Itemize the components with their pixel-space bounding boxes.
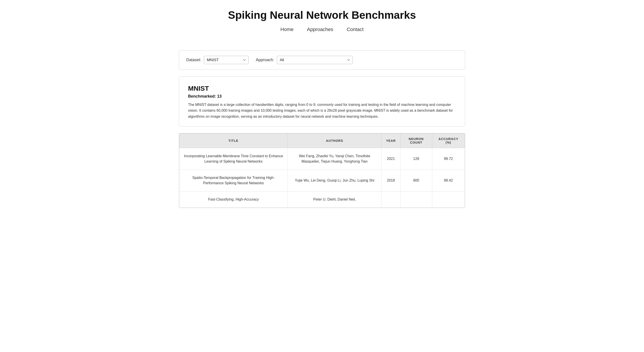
dataset-name: MNIST [188, 85, 456, 92]
site-title: Spiking Neural Network Benchmarks [179, 9, 465, 21]
approach-select[interactable]: All ANN-to-SNN Direct Training Hybrid [277, 56, 353, 64]
dataset-filter-group: Dataset: MNIST CIFAR-10 N-MNIST DVS Gest… [186, 56, 249, 64]
nav-contact[interactable]: Contact [346, 26, 364, 32]
cell-title: Spatio-Temporal Backpropagation for Trai… [179, 170, 288, 191]
filter-bar: Dataset: MNIST CIFAR-10 N-MNIST DVS Gest… [179, 50, 465, 70]
cell-neuron-count [400, 191, 432, 208]
cell-year [382, 191, 400, 208]
table-wrapper: TITLE AUTHORS YEAR NEURON COUNT ACCURACY… [179, 133, 465, 208]
cell-neuron-count: 800 [400, 170, 432, 191]
col-accuracy: ACCURACY (%) [432, 134, 465, 148]
nav-approaches[interactable]: Approaches [307, 26, 333, 32]
col-title: TITLE [179, 134, 288, 148]
site-header: Spiking Neural Network Benchmarks Home A… [179, 0, 465, 43]
col-year: YEAR [382, 134, 400, 148]
cell-year: 2021 [382, 148, 400, 170]
approach-label: Approach: [256, 58, 274, 62]
cell-authors: Yujie Wu, Lei Deng, Guoqi Li, Jun Zhu, L… [288, 170, 382, 191]
dataset-label: Dataset: [186, 58, 201, 62]
table-row: Incorporating Learnable Membrane Time Co… [179, 148, 465, 170]
cell-accuracy: 99.72 [432, 148, 465, 170]
cell-accuracy [432, 191, 465, 208]
benchmarked-count: Benchmarked: 13 [188, 94, 456, 99]
table-header-row: TITLE AUTHORS YEAR NEURON COUNT ACCURACY… [179, 134, 465, 148]
dataset-description: The MNIST dataset is a large collection … [188, 102, 456, 120]
col-authors: AUTHORS [288, 134, 382, 148]
cell-authors: Peter U. Diehl, Daniel Neil, [288, 191, 382, 208]
cell-authors: Wei Fang, Zhaofei Yu, Yanqi Chen, Timoth… [288, 148, 382, 170]
nav-home[interactable]: Home [280, 26, 294, 32]
dataset-section: MNIST Benchmarked: 13 The MNIST dataset … [179, 76, 465, 126]
table-row: Fast-Classifying, High-AccuracyPeter U. … [179, 191, 465, 208]
table-row: Spatio-Temporal Backpropagation for Trai… [179, 170, 465, 191]
cell-title: Fast-Classifying, High-Accuracy [179, 191, 288, 208]
main-nav: Home Approaches Contact [179, 26, 465, 32]
cell-neuron-count: 128 [400, 148, 432, 170]
benchmarks-table: TITLE AUTHORS YEAR NEURON COUNT ACCURACY… [179, 133, 465, 208]
approach-filter-group: Approach: All ANN-to-SNN Direct Training… [256, 56, 353, 64]
dataset-select[interactable]: MNIST CIFAR-10 N-MNIST DVS Gesture [204, 56, 249, 64]
cell-accuracy: 99.42 [432, 170, 465, 191]
col-neuron-count: NEURON COUNT [400, 134, 432, 148]
cell-year: 2018 [382, 170, 400, 191]
cell-title: Incorporating Learnable Membrane Time Co… [179, 148, 288, 170]
